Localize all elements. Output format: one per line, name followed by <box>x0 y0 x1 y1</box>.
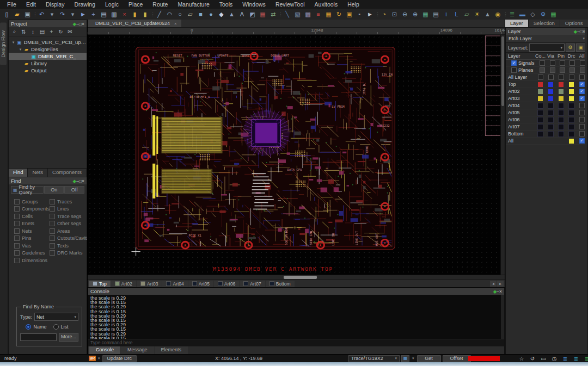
layerset-save-button[interactable]: ▣ <box>576 44 585 52</box>
find-check-groups[interactable]: Groups <box>14 198 50 206</box>
checkbox-icon[interactable] <box>548 75 554 80</box>
menu-tools[interactable]: Tools <box>215 1 238 8</box>
find-check-traces[interactable]: Traces <box>50 198 93 206</box>
checkbox-icon[interactable] <box>540 60 545 66</box>
design-flow-tab[interactable]: Design Flow <box>0 23 7 65</box>
tab-options[interactable]: Options <box>560 20 588 27</box>
search-icon[interactable]: ⌕ <box>10 28 19 35</box>
checkbox-icon[interactable] <box>538 75 543 80</box>
tab-layer[interactable]: Layer <box>505 20 529 27</box>
paste-icon[interactable]: ▥ <box>109 9 119 20</box>
layer-row-art05[interactable]: Art05 <box>506 109 587 116</box>
checkbox-icon[interactable] <box>569 75 574 80</box>
drc-status-icon[interactable]: BR <box>89 356 96 361</box>
menu-edit[interactable]: Edit <box>21 1 41 8</box>
tree-expand-icon[interactable]: ▾ <box>11 40 16 45</box>
checkbox-icon[interactable] <box>560 67 565 73</box>
find-check-other-segs[interactable]: Other segs <box>50 220 93 228</box>
favorite-icon[interactable]: ☆ <box>516 356 527 362</box>
color-swatch[interactable] <box>537 110 543 116</box>
dot-tool-icon[interactable]: ● <box>206 9 216 20</box>
chevron-down-icon[interactable]: ▾ <box>98 356 100 361</box>
color-swatch[interactable] <box>558 131 564 137</box>
layer-panel-titlebar[interactable]: Layer ◆–□× <box>506 28 587 35</box>
tree-item-dmeb-ver-c[interactable]: ▣DMEB_VER_C_ <box>9 53 87 60</box>
layer-tab-art03[interactable]: Art03 <box>137 281 162 287</box>
checkbox-icon[interactable]: ✓ <box>579 96 585 101</box>
pcb-canvas[interactable]: RESETFAN BUTTONUPDATEHDMIDEBUG UARTBT/TB… <box>88 35 505 275</box>
bus-icon[interactable]: ≡ <box>313 9 323 20</box>
color-swatch[interactable] <box>548 124 554 130</box>
color-swatch[interactable] <box>558 117 564 123</box>
new-doc-icon[interactable]: ▤ <box>38 29 46 35</box>
tabs-scroll-left-icon[interactable]: ◂ <box>490 281 497 287</box>
constraint-icon[interactable]: ◇ <box>528 9 538 20</box>
settings-icon[interactable]: ⚙ <box>538 9 548 20</box>
shape-tool-icon[interactable]: ▱ <box>185 9 195 20</box>
menu-logic[interactable]: Logic <box>100 1 124 8</box>
layer-tab-art07[interactable]: Art07 <box>240 281 265 287</box>
layer-row-art02[interactable]: Art02✓ <box>506 88 587 95</box>
layer-tab-art04[interactable]: Art04 <box>162 281 187 287</box>
find-check-dimensions[interactable]: Dimensions <box>14 257 50 264</box>
undo-caret-icon[interactable]: ▾ <box>47 9 57 20</box>
find-panel-titlebar[interactable]: Find ◆–□× <box>9 177 87 184</box>
color-swatch[interactable] <box>548 103 554 109</box>
tree-item-dmeb-ver-c-pcb-upd[interactable]: ▾▣DMEB_VER_C_PCB_upd... <box>9 39 87 46</box>
alarm-icon[interactable]: ◔ <box>379 9 389 20</box>
find-check-enets[interactable]: Enets <box>14 220 50 228</box>
layer-panel-scrollbar[interactable] <box>585 28 587 354</box>
color-swatch[interactable] <box>538 82 543 87</box>
layer-tab-top[interactable]: Top <box>89 281 111 287</box>
color-swatch[interactable] <box>548 131 554 137</box>
via-icon[interactable]: ▩ <box>303 9 313 20</box>
update-drc-button[interactable]: Update Drc <box>102 355 137 362</box>
find-check-guidelines[interactable]: Guidelines <box>14 250 50 257</box>
checkbox-icon[interactable] <box>511 67 517 73</box>
checkbox-icon[interactable] <box>559 75 564 80</box>
find-check-texts[interactable]: Texts <box>50 242 93 250</box>
close-icon[interactable]: × <box>499 289 502 294</box>
color-swatch[interactable] <box>548 82 553 87</box>
feedback-icon[interactable]: ▭ <box>538 356 549 362</box>
list-green-icon[interactable]: ≣ <box>581 356 588 362</box>
diamond-tool-icon[interactable]: ◆ <box>216 9 226 20</box>
document-tab[interactable]: DMEB_VER_C_PCB_update0524 × <box>88 20 181 27</box>
tabs-scroll-right-icon[interactable]: ▸ <box>497 281 504 287</box>
menu-place[interactable]: Place <box>124 1 148 8</box>
expand-all-icon[interactable]: ↕ <box>29 29 37 35</box>
tab-nets[interactable]: Nets <box>28 169 48 177</box>
more-button[interactable]: More... <box>59 333 78 342</box>
layer-row-top[interactable]: Top✓ <box>506 81 587 88</box>
color-swatch[interactable] <box>559 89 564 94</box>
color-swatch[interactable] <box>558 110 564 116</box>
color-swatch[interactable] <box>548 89 553 94</box>
panel-icon[interactable]: ▬ <box>517 9 528 20</box>
collapse-all-icon[interactable]: ⇅ <box>20 29 28 35</box>
route-icon[interactable]: ╲ <box>282 9 292 20</box>
save-icon[interactable]: ▣ <box>22 9 33 20</box>
color-swatch[interactable] <box>569 82 574 87</box>
layer-row-bottom[interactable]: Bottom <box>506 131 587 138</box>
color-swatch[interactable] <box>548 96 553 101</box>
color-swatch[interactable] <box>558 124 564 130</box>
menu-file[interactable]: File <box>2 1 21 8</box>
group-route-icon[interactable]: ▧ <box>292 9 303 20</box>
menu-manufacture[interactable]: Manufacture <box>173 1 214 8</box>
layer-row-art03[interactable]: Art03✓ <box>506 95 587 102</box>
find-check-lines[interactable]: Lines <box>50 206 93 213</box>
canvas-horizontal-scrollbar[interactable] <box>88 275 505 280</box>
color-swatch[interactable] <box>537 103 543 109</box>
checkbox-icon[interactable] <box>550 60 555 66</box>
shadow-icon[interactable]: ▲ <box>482 9 493 20</box>
layer-tab-art05[interactable]: Art05 <box>188 281 213 287</box>
find-check-cells[interactable]: Cells <box>14 213 50 220</box>
menu-display[interactable]: Display <box>41 1 69 8</box>
list-radio[interactable] <box>53 324 59 330</box>
highlight-icon[interactable]: ☀ <box>472 9 482 20</box>
etch-layer-select[interactable]: Etch Layer ▾ <box>506 35 587 43</box>
color-swatch[interactable] <box>569 139 574 144</box>
color-swatch[interactable] <box>548 110 554 116</box>
plane-icon[interactable]: ▪ <box>354 9 365 20</box>
add-icon[interactable]: + <box>47 29 56 35</box>
